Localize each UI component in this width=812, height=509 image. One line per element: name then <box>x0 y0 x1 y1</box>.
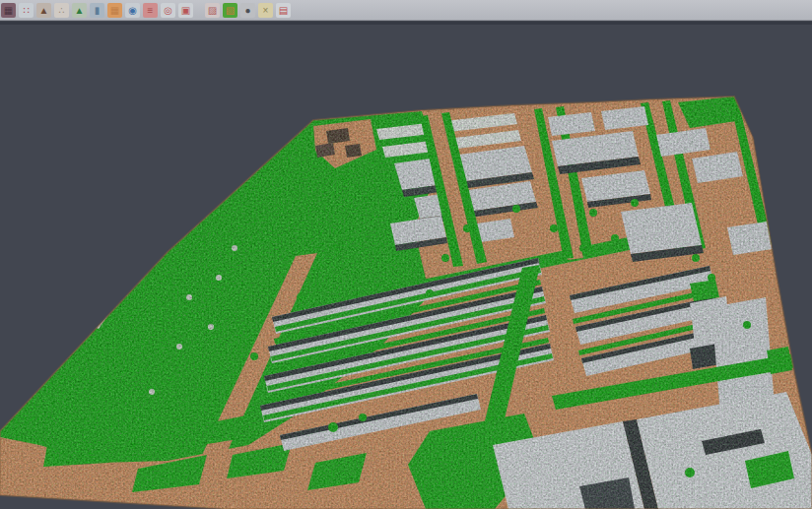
globe-icon[interactable]: ◉ <box>125 3 140 18</box>
banner-rows-icon[interactable]: ▤ <box>276 3 291 18</box>
vegetation-hill-icon[interactable]: ▲ <box>72 3 87 18</box>
height-column-icon[interactable]: ▮ <box>90 3 104 18</box>
subsample-points-icon[interactable]: ∴ <box>54 3 69 18</box>
classification-result-icon[interactable]: ▧ <box>223 3 237 18</box>
target-ring-icon[interactable]: ◎ <box>161 3 175 18</box>
cut-tool-icon[interactable]: × <box>258 3 273 18</box>
point-cloud-icon[interactable]: ▦ <box>1 3 16 18</box>
ground-class-icon[interactable]: ▦ <box>107 3 122 18</box>
terrain-icon[interactable]: ▲ <box>36 3 51 18</box>
viewport-3d[interactable] <box>0 22 812 509</box>
layer-stack-icon[interactable]: ≡ <box>143 3 158 18</box>
toolbar: ▦∷▲∴▲▮▦◉≡◎▣▨▧●×▤ <box>0 0 812 21</box>
point-cloud-render <box>0 25 812 509</box>
mesh-sphere-icon[interactable]: ● <box>240 3 255 18</box>
texture-checker-icon[interactable]: ▨ <box>205 3 220 18</box>
crop-box-icon[interactable]: ▣ <box>178 3 193 18</box>
classified-points-icon[interactable]: ∷ <box>19 3 34 18</box>
toolbar-separator <box>196 3 202 18</box>
